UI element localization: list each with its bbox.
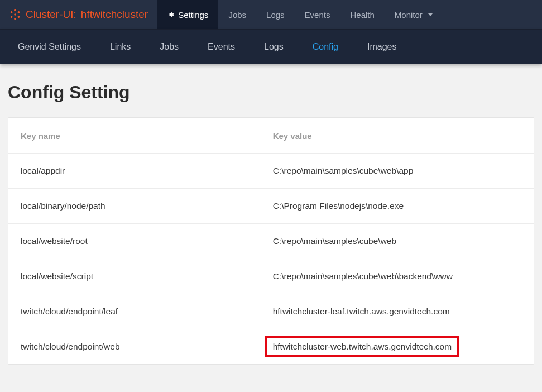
config-panel: Key name Key value local/appdirC:\repo\m… <box>8 117 534 365</box>
svg-point-4 <box>14 18 16 20</box>
subnav-item-label: Logs <box>264 42 284 52</box>
topnav-item-label: Settings <box>178 10 208 20</box>
table-row: local/binary/node/pathC:\Program Files\n… <box>8 189 534 224</box>
svg-point-0 <box>14 13 16 16</box>
table-row: local/website/scriptC:\repo\main\samples… <box>8 259 534 294</box>
svg-point-6 <box>11 11 13 13</box>
svg-point-1 <box>14 9 16 11</box>
sub-nav: Genvid SettingsLinksJobsEventsLogsConfig… <box>0 30 542 64</box>
subnav-item-images[interactable]: Images <box>353 30 411 64</box>
cell-key: local/website/root <box>8 224 261 259</box>
subnav-item-label: Jobs <box>160 42 179 52</box>
topnav-item-label: Monitor <box>395 10 423 20</box>
subnav-item-label: Links <box>110 42 131 52</box>
topnav-item-jobs[interactable]: Jobs <box>218 0 256 29</box>
brand[interactable]: Cluster-UI: hftwitchcluster <box>0 0 157 29</box>
topnav-item-monitor[interactable]: Monitor <box>385 0 443 29</box>
page-body: Config Setting Key name Key value local/… <box>0 64 542 387</box>
cell-value: C:\repo\main\samples\cube\web <box>261 224 534 259</box>
cell-key: local/binary/node/path <box>8 189 261 224</box>
cell-key: local/website/script <box>8 259 261 294</box>
top-nav: Cluster-UI: hftwitchcluster SettingsJobs… <box>0 0 542 30</box>
topnav-item-events[interactable]: Events <box>295 0 340 29</box>
cell-value: C:\repo\main\samples\cube\web\backend\ww… <box>261 259 534 294</box>
subnav-item-genvid-settings[interactable]: Genvid Settings <box>3 30 95 64</box>
cell-key: local/appdir <box>8 154 261 189</box>
svg-point-2 <box>18 11 20 13</box>
config-table: Key name Key value local/appdirC:\repo\m… <box>8 118 534 364</box>
subnav-item-jobs[interactable]: Jobs <box>145 30 193 64</box>
brand-cluster-name: hftwitchcluster <box>81 8 148 21</box>
topnav-item-label: Health <box>350 10 374 20</box>
col-header-key: Key name <box>8 118 261 154</box>
page-title: Config Setting <box>8 82 534 103</box>
subnav-item-label: Events <box>208 42 235 52</box>
subnav-item-label: Genvid Settings <box>18 42 81 52</box>
chevron-down-icon <box>428 13 433 16</box>
cell-key: twitch/cloud/endpoint/leaf <box>8 294 261 329</box>
topnav-item-health[interactable]: Health <box>340 0 384 29</box>
svg-point-5 <box>11 16 13 18</box>
cell-value: hftwitchcluster-leaf.twitch.aws.genvidte… <box>261 294 534 329</box>
subnav-item-label: Images <box>367 42 396 52</box>
subnav-item-links[interactable]: Links <box>95 30 145 64</box>
cell-value: C:\repo\main\samples\cube\web\app <box>261 154 534 189</box>
subnav-item-config[interactable]: Config <box>298 30 353 64</box>
brand-prefix: Cluster-UI: <box>26 8 76 21</box>
svg-point-3 <box>18 16 20 18</box>
topnav-item-label: Jobs <box>228 10 246 20</box>
topnav-item-logs[interactable]: Logs <box>256 0 295 29</box>
cell-key: twitch/cloud/endpoint/web <box>8 329 261 365</box>
cell-value: hftwitchcluster-web.twitch.aws.genvidtec… <box>261 329 534 365</box>
table-row: local/appdirC:\repo\main\samples\cube\we… <box>8 154 534 189</box>
table-row: local/website/rootC:\repo\main\samples\c… <box>8 224 534 259</box>
topnav-item-settings[interactable]: Settings <box>157 0 218 29</box>
gear-icon <box>167 11 175 18</box>
table-row: twitch/cloud/endpoint/leafhftwitchcluste… <box>8 294 534 329</box>
highlight-box: hftwitchcluster-web.twitch.aws.genvidtec… <box>265 336 459 357</box>
topnav-item-label: Logs <box>266 10 285 20</box>
asterisk-icon <box>9 8 21 21</box>
subnav-item-label: Config <box>313 42 338 52</box>
subnav-item-logs[interactable]: Logs <box>250 30 298 64</box>
subnav-item-events[interactable]: Events <box>193 30 250 64</box>
table-row: twitch/cloud/endpoint/webhftwitchcluster… <box>8 329 534 365</box>
topnav-item-label: Events <box>305 10 330 20</box>
cell-value: C:\Program Files\nodejs\node.exe <box>261 189 534 224</box>
col-header-value: Key value <box>261 118 534 154</box>
